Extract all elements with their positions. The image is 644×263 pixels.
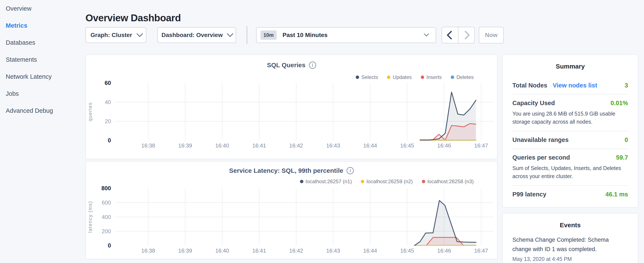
x-tick-label: 16:40 — [215, 142, 229, 149]
summary-label: Total Nodes — [512, 82, 547, 89]
chevron-down-icon — [227, 31, 234, 37]
time-range-dropdown[interactable]: 10m Past 10 Minutes — [256, 27, 436, 43]
event-item-timestamp: May 13, 2020 at 4:45 PM — [512, 256, 628, 262]
x-tick-label: 16:38 — [141, 247, 155, 254]
y-tick-label: 20 — [105, 118, 111, 124]
summary-row-capacity-used: Capacity Used 0.01% You are using 28.6 M… — [512, 95, 628, 131]
legend-dot-icon — [300, 180, 304, 183]
service-latency-chart-svg: 16:3816:3916:4016:4116:4216:4316:4416:45… — [86, 161, 498, 259]
chart-title-row: Service Latency: SQL, 99th percentile i — [86, 167, 497, 174]
summary-row-queries-per-second: Queries per second 59.7 Sum of Selects, … — [512, 149, 628, 186]
legend-dot-icon — [422, 180, 425, 183]
toolbar-divider — [247, 26, 247, 44]
info-icon[interactable]: i — [309, 62, 316, 69]
x-tick-label: 16:42 — [289, 142, 303, 149]
sidebar-item-jobs[interactable]: Jobs — [6, 85, 85, 102]
legend-label: localhost:26258 (n3) — [428, 178, 474, 184]
graph-scope-dropdown-label: Graph: Cluster — [90, 32, 132, 39]
legend-item[interactable]: localhost:26258 (n3) — [422, 178, 474, 184]
summary-panel: Summary Total Nodes View nodes list 3 Ca… — [502, 54, 638, 208]
y-tick-label: 800 — [102, 185, 111, 191]
x-tick-label: 16:41 — [252, 142, 266, 149]
legend-item[interactable]: localhost:26257 (n1) — [300, 178, 352, 184]
sql-queries-chart-card: 16:3816:3916:4016:4116:4216:4316:4416:45… — [86, 54, 498, 159]
summary-row-total-nodes: Total Nodes View nodes list 3 — [512, 77, 628, 95]
legend-item[interactable]: Updates — [387, 74, 412, 80]
legend-label: Deletes — [456, 74, 474, 80]
x-tick-label: 16:40 — [215, 247, 229, 254]
chevron-down-icon — [136, 31, 143, 37]
time-range-badge: 10m — [260, 31, 276, 40]
sql-queries-chart-svg: 16:3816:3916:4016:4116:4216:4316:4416:45… — [86, 55, 498, 160]
chevron-left-icon — [446, 31, 456, 40]
prev-range-button[interactable] — [442, 27, 458, 43]
summary-row-unavailable-ranges: Unavailable ranges 0 — [512, 131, 628, 149]
y-tick-label: 0 — [108, 242, 111, 249]
x-tick-label: 16:39 — [178, 247, 192, 254]
legend-label: localhost:26259 (n2) — [366, 178, 413, 184]
legend-dot-icon — [387, 76, 390, 79]
summary-label: Queries per second — [512, 154, 570, 161]
y-tick-label: 60 — [104, 80, 111, 86]
x-tick-label: 16:46 — [437, 142, 451, 149]
view-nodes-list-link[interactable]: View nodes list — [553, 82, 597, 89]
legend-label: Inserts — [426, 74, 442, 80]
legend-item[interactable]: Deletes — [451, 74, 474, 80]
summary-label: P99 latency — [512, 191, 546, 198]
x-tick-label: 16:38 — [141, 142, 155, 149]
x-tick-label: 16:42 — [289, 247, 303, 254]
y-tick-label: 0 — [108, 137, 111, 144]
chart-title: Service Latency: SQL, 99th percentile — [229, 167, 343, 174]
summary-value: 46.1 ms — [606, 191, 628, 198]
legend-dot-icon — [421, 76, 424, 79]
summary-value: 0.01% — [610, 100, 628, 107]
events-title: Events — [502, 213, 638, 229]
page-title: Overview Dashboard — [86, 12, 181, 24]
x-tick-label: 16:44 — [363, 142, 377, 149]
events-body: Schema Change Completed: Schema change w… — [502, 235, 638, 262]
x-tick-label: 16:47 — [474, 142, 488, 149]
summary-title: Summary — [502, 55, 638, 70]
summary-label: Capacity Used — [512, 100, 555, 107]
next-range-button[interactable] — [458, 27, 474, 43]
legend-item[interactable]: Inserts — [421, 74, 442, 80]
sidebar-item-network-latency[interactable]: Network Latency — [6, 68, 85, 85]
legend-dot-icon — [356, 76, 359, 79]
time-range-arrows — [442, 27, 475, 43]
graph-scope-dropdown[interactable]: Graph: Cluster — [86, 27, 146, 43]
chevron-down-icon — [424, 31, 429, 36]
sidebar-item-databases[interactable]: Databases — [6, 34, 85, 51]
dashboard-dropdown[interactable]: Dashboard: Overview — [157, 27, 236, 43]
events-panel: Events Schema Change Completed: Schema c… — [502, 213, 638, 263]
summary-label: Unavailable ranges — [512, 136, 568, 143]
y-tick-label: 600 — [102, 199, 111, 206]
sidebar-item-advanced-debug[interactable]: Advanced Debug — [6, 102, 85, 119]
info-icon[interactable]: i — [346, 167, 354, 174]
chart-title-row: SQL Queries i — [86, 62, 497, 69]
legend-dot-icon — [361, 180, 364, 183]
sidebar-item-statements[interactable]: Statements — [6, 51, 85, 68]
summary-row-p99-latency: P99 latency 46.1 ms — [512, 186, 628, 203]
x-tick-label: 16:45 — [400, 142, 414, 149]
y-axis-title: latency (ms) — [88, 201, 93, 232]
legend-item[interactable]: Selects — [356, 74, 378, 80]
legend-dot-icon — [451, 76, 454, 79]
x-tick-label: 16:43 — [326, 247, 340, 254]
service-latency-chart-card: 16:3816:3916:4016:4116:4216:4316:4416:45… — [86, 161, 498, 259]
sidebar-item-overview[interactable]: Overview — [6, 0, 85, 17]
chart-legend: SelectsUpdatesInsertsDeletes — [356, 74, 474, 80]
summary-value: 3 — [625, 82, 628, 89]
y-tick-label: 40 — [105, 99, 111, 105]
summary-subtext: You are using 28.6 MiB of 515.9 GiB usab… — [512, 110, 628, 126]
summary-body: Total Nodes View nodes list 3 Capacity U… — [502, 77, 638, 203]
metrics-dashboard-page: { "sidebar": { "items": [ {"label": "Ove… — [0, 0, 644, 263]
x-tick-label: 16:39 — [178, 142, 192, 149]
nav-list: Overview Metrics Databases Statements Ne… — [0, 0, 85, 119]
legend-label: localhost:26257 (n1) — [306, 178, 352, 184]
x-tick-label: 16:45 — [400, 247, 414, 254]
x-tick-label: 16:41 — [252, 247, 266, 254]
summary-value: 59.7 — [616, 154, 628, 161]
legend-item[interactable]: localhost:26259 (n2) — [361, 178, 413, 184]
now-button[interactable]: Now — [479, 27, 504, 43]
sidebar-item-metrics[interactable]: Metrics — [6, 17, 85, 34]
